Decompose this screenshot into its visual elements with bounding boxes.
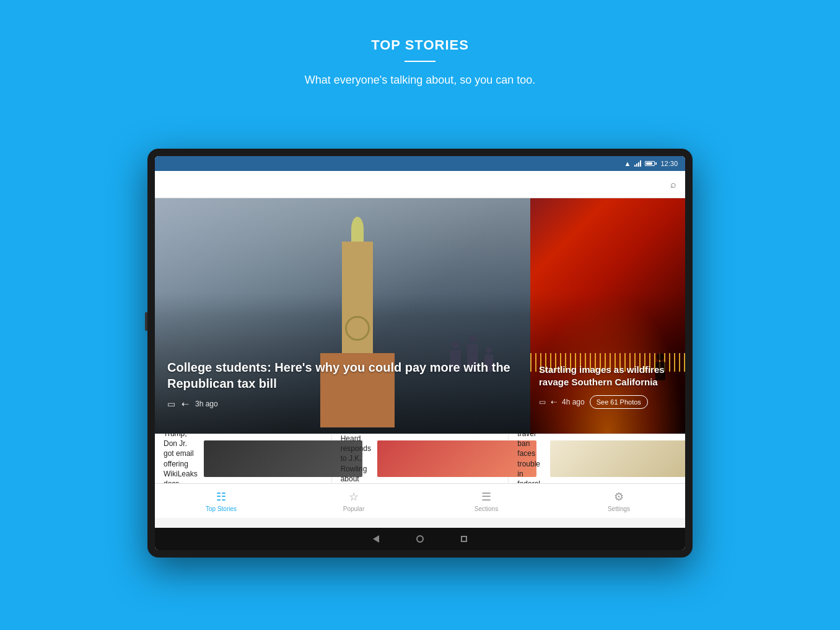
main-story-time: 3h ago xyxy=(195,400,218,408)
wildfire-story-caption: Startling images as wildfires ravage Sou… xyxy=(539,364,676,409)
signal-icon xyxy=(634,160,641,167)
settings-icon: ⚙ xyxy=(614,490,624,504)
content-area: College students: Here's why you could p… xyxy=(155,198,685,528)
story-college-tax[interactable]: College students: Here's why you could p… xyxy=(155,198,530,434)
search-icon: ⌕ xyxy=(670,179,676,190)
header-divider xyxy=(405,61,435,62)
story-wildfires[interactable]: Startling images as wildfires ravage Sou… xyxy=(530,198,685,434)
android-back-button[interactable] xyxy=(373,535,379,543)
main-story-actions: ▭ ⇠ 3h ago xyxy=(167,399,518,409)
battery-icon xyxy=(645,161,657,166)
wildfire-share-icon[interactable]: ⇠ xyxy=(551,398,557,406)
top-stories-label: Top Stories xyxy=(206,505,237,512)
nav-top-stories[interactable]: ☷ Top Stories xyxy=(155,484,287,518)
back-triangle-icon xyxy=(373,535,379,543)
popular-label: Popular xyxy=(343,505,364,512)
nav-settings[interactable]: ⚙ Settings xyxy=(553,484,685,518)
android-nav-bar xyxy=(155,528,685,550)
nav-sections[interactable]: ☰ Sections xyxy=(420,484,553,518)
android-home-button[interactable] xyxy=(416,535,424,543)
wikileaks-headline: Trump, Don Jr. got email offering WikiLe… xyxy=(164,429,198,489)
page-background: TOP STORIES What everyone's talking abou… xyxy=(0,0,840,113)
bookmark-icon[interactable]: ▭ xyxy=(167,399,175,409)
main-story-caption: College students: Here's why you could p… xyxy=(167,359,518,409)
status-bar: ▲ 12:30 xyxy=(155,156,685,171)
news-item-amber-heard[interactable]: Amber Heard responds to J.K. Rowling abo… xyxy=(332,434,509,483)
sections-icon: ☰ xyxy=(481,490,491,504)
wildfire-story-actions: ▭ ⇠ 4h ago See 61 Photos xyxy=(539,395,676,409)
popular-icon: ☆ xyxy=(349,490,359,504)
android-recents-button[interactable] xyxy=(461,536,467,542)
search-bar: ⌕ xyxy=(155,171,685,198)
tablet-screen: ▲ 12:30 ⌕ xyxy=(155,156,685,550)
sections-label: Sections xyxy=(475,505,498,512)
tablet-volume-button xyxy=(145,312,147,331)
recents-square-icon xyxy=(461,536,467,542)
news-item-travel-ban[interactable]: Trump's travel ban faces trouble in fede… xyxy=(509,434,685,483)
wildfire-bookmark-icon[interactable]: ▭ xyxy=(539,398,546,406)
status-time: 12:30 xyxy=(660,160,678,167)
see-photos-button[interactable]: See 61 Photos xyxy=(590,395,648,409)
main-story-headline: College students: Here's why you could p… xyxy=(167,359,518,392)
tablet-frame: ▲ 12:30 ⌕ xyxy=(147,149,693,558)
news-item-wikileaks[interactable]: Trump, Don Jr. got email offering WikiLe… xyxy=(155,434,332,483)
featured-stories-row: College students: Here's why you could p… xyxy=(155,198,685,434)
nav-popular[interactable]: ☆ Popular xyxy=(287,484,420,518)
travel-ban-thumbnail xyxy=(550,440,685,477)
search-button[interactable]: ⌕ xyxy=(670,179,676,190)
page-title: TOP STORIES xyxy=(12,37,828,53)
page-header: TOP STORIES What everyone's talking abou… xyxy=(0,0,840,113)
news-list: Trump, Don Jr. got email offering WikiLe… xyxy=(155,434,685,483)
settings-label: Settings xyxy=(608,505,630,512)
wildfire-story-time: 4h ago xyxy=(562,398,585,406)
header-subtitle: What everyone's talking about, so you ca… xyxy=(12,72,828,89)
wifi-icon: ▲ xyxy=(624,160,631,167)
top-stories-icon: ☷ xyxy=(216,490,226,504)
wildfire-story-headline: Startling images as wildfires ravage Sou… xyxy=(539,364,676,388)
bottom-navigation: ☷ Top Stories ☆ Popular ☰ Sections ⚙ Set… xyxy=(155,483,685,518)
share-icon[interactable]: ⇠ xyxy=(182,399,189,409)
home-circle-icon xyxy=(416,535,424,543)
